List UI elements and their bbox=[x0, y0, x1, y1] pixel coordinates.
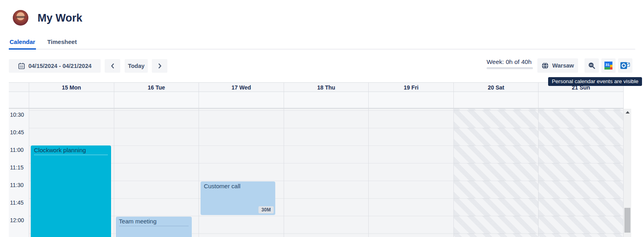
previous-week-button[interactable] bbox=[105, 59, 120, 73]
globe-icon bbox=[541, 62, 549, 70]
event-title: Clockwork planning bbox=[34, 147, 108, 155]
day-column[interactable] bbox=[199, 109, 284, 237]
event-clockwork-planning[interactable]: Clockwork planning bbox=[31, 145, 111, 237]
event-duration-badge: 30M bbox=[258, 206, 273, 213]
day-column-weekend[interactable] bbox=[454, 109, 539, 237]
today-button[interactable]: Today bbox=[125, 59, 148, 73]
event-title: Customer call bbox=[204, 183, 272, 191]
date-range-button[interactable]: 04/15/2024 - 04/21/2024 bbox=[9, 59, 101, 73]
all-day-cell[interactable] bbox=[114, 92, 199, 108]
day-header: 17 Wed bbox=[199, 83, 284, 92]
date-range-label: 04/15/2024 - 04/21/2024 bbox=[28, 63, 91, 69]
chevron-right-icon bbox=[157, 63, 163, 69]
week-progress: Week: 0h of 40h bbox=[487, 58, 533, 69]
time-label: 11:45 bbox=[10, 199, 24, 206]
week-progress-bar bbox=[487, 67, 533, 69]
day-header: 15 Mon bbox=[29, 83, 114, 92]
all-day-cell[interactable] bbox=[454, 92, 539, 108]
calendar-icon bbox=[18, 62, 25, 70]
my-work-page: { "page": { "title": "My Work" }, "tabs"… bbox=[0, 0, 644, 237]
all-day-cell[interactable] bbox=[369, 92, 454, 108]
svg-text:31: 31 bbox=[605, 62, 610, 67]
outlook-sync-button[interactable] bbox=[618, 58, 632, 73]
day-column[interactable] bbox=[369, 109, 454, 237]
calendar-grid: 15 Mon16 Tue17 Wed18 Thu19 Fri20 Sat21 S… bbox=[9, 82, 631, 237]
tab-calendar[interactable]: Calendar bbox=[9, 37, 36, 50]
scroll-up-arrow-icon[interactable] bbox=[624, 109, 631, 116]
event-team-meeting[interactable]: Team meeting bbox=[116, 217, 192, 237]
time-label: 10:30 bbox=[10, 112, 24, 118]
event-title: Team meeting bbox=[119, 218, 189, 226]
week-summary-label: Week: 0h of 40h bbox=[487, 58, 533, 66]
vertical-scrollbar[interactable] bbox=[624, 109, 631, 237]
time-label: 12:00 bbox=[10, 217, 24, 223]
day-header-row: 15 Mon16 Tue17 Wed18 Thu19 Fri20 Sat21 S… bbox=[9, 82, 624, 92]
all-day-row bbox=[9, 92, 624, 108]
timezone-button[interactable]: Warsaw bbox=[537, 58, 578, 73]
time-label: 11:30 bbox=[10, 182, 24, 188]
time-label: 11:15 bbox=[10, 164, 24, 171]
zoom-out-button[interactable] bbox=[584, 58, 599, 73]
scrollbar-thumb[interactable] bbox=[624, 208, 630, 233]
day-column-weekend[interactable] bbox=[539, 109, 624, 237]
day-header: 18 Thu bbox=[284, 83, 369, 92]
zoom-out-icon bbox=[588, 62, 596, 70]
tab-bar: Calendar Timesheet bbox=[9, 37, 635, 50]
all-day-cell[interactable] bbox=[199, 92, 284, 108]
page-title: My Work bbox=[38, 11, 82, 25]
time-grid: 10:3010:4511:0011:1511:3011:4512:00Clock… bbox=[9, 109, 624, 237]
all-day-cell[interactable] bbox=[539, 92, 624, 108]
tooltip: Personal calendar events are visible bbox=[548, 77, 642, 86]
gutter-allday-cell bbox=[9, 92, 29, 108]
avatar[interactable] bbox=[13, 10, 28, 26]
time-label: 11:00 bbox=[10, 147, 24, 153]
time-label: 10:45 bbox=[10, 129, 24, 135]
outlook-icon bbox=[620, 61, 630, 70]
day-header: 20 Sat bbox=[454, 83, 539, 92]
google-calendar-icon: 31 bbox=[604, 61, 613, 70]
chevron-left-icon bbox=[110, 63, 115, 69]
google-calendar-sync-button[interactable]: 31 bbox=[601, 58, 616, 73]
all-day-cell[interactable] bbox=[284, 92, 369, 108]
event-customer-call[interactable]: Customer call30M bbox=[201, 181, 275, 215]
day-header: 19 Fri bbox=[369, 83, 454, 92]
tab-timesheet[interactable]: Timesheet bbox=[46, 37, 78, 49]
day-header: 16 Tue bbox=[114, 83, 199, 92]
gutter-header-cell bbox=[9, 83, 29, 92]
next-week-button[interactable] bbox=[152, 59, 167, 73]
timezone-label: Warsaw bbox=[552, 62, 574, 69]
day-column[interactable] bbox=[284, 109, 369, 237]
all-day-cell[interactable] bbox=[29, 92, 114, 108]
